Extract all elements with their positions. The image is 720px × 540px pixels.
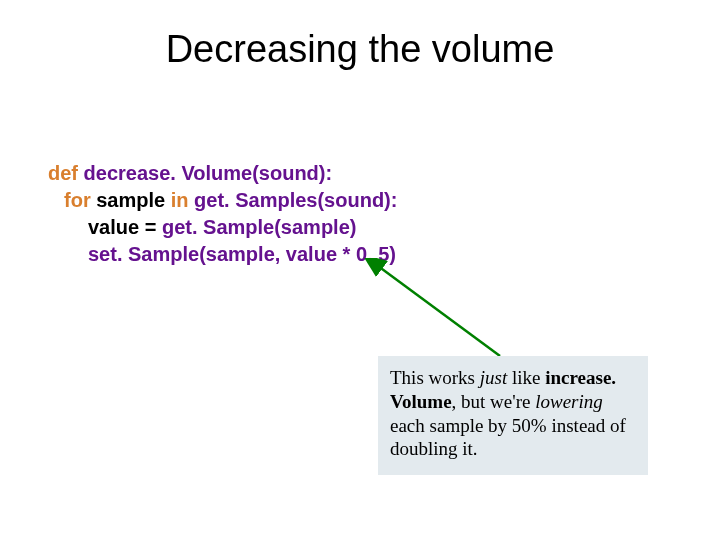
keyword-def: def [48,162,78,184]
keyword-in: in [171,189,189,211]
callout-text-3: , but we're [452,391,536,412]
code-line-3: value = get. Sample(sample) [88,214,397,241]
assign-value: value = [88,216,162,238]
code-line-4: set. Sample(sample, value * 0. 5) [88,241,397,268]
callout-lowering: lowering [535,391,603,412]
callout-box: This works just like increase. Volume, b… [378,356,648,475]
var-sample: sample [96,189,165,211]
fn-get-sample: get. Sample(sample) [162,216,357,238]
svg-line-1 [378,266,500,356]
code-line-1: def decrease. Volume(sound): [48,160,397,187]
fn-decrease-volume: decrease. Volume(sound): [84,162,333,184]
callout-text-2: like [507,367,545,388]
code-block: def decrease. Volume(sound): for sample … [48,160,397,268]
keyword-for: for [64,189,91,211]
fn-get-samples: get. Samples(sound): [194,189,397,211]
fn-set-sample: set. Sample(sample, value * 0. 5) [88,243,396,265]
slide-title: Decreasing the volume [0,28,720,71]
callout-just: just [480,367,507,388]
callout-text-1: This works [390,367,480,388]
code-line-2: for sample in get. Samples(sound): [64,187,397,214]
arrow-icon [360,258,530,368]
callout-text-4: each sample by 50% instead of doubling i… [390,415,626,460]
